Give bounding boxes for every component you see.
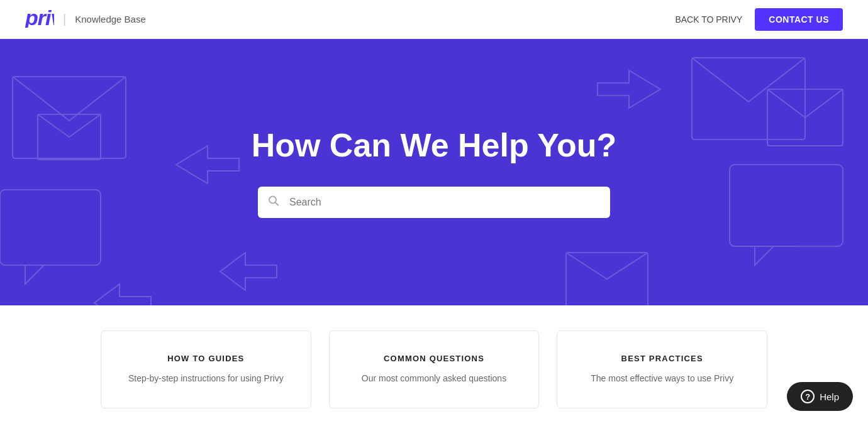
logo[interactable]: privy | Knowledge Base: [25, 6, 146, 32]
card-title-guides: HOW TO GUIDES: [120, 354, 292, 363]
svg-line-15: [275, 202, 279, 205]
search-input[interactable]: [258, 187, 610, 218]
search-icon: [268, 195, 279, 210]
card-how-to-guides[interactable]: HOW TO GUIDES Step-by-step instructions …: [101, 330, 311, 408]
card-desc-guides: Step-by-step instructions for using Priv…: [120, 372, 292, 385]
logo-text: privy: [25, 6, 54, 32]
help-icon: ?: [801, 390, 815, 403]
privy-logo-svg: privy: [25, 6, 54, 28]
svg-marker-4: [25, 265, 44, 284]
svg-rect-3: [0, 190, 101, 265]
card-desc-practices: The most effective ways to use Privy: [576, 372, 748, 385]
header-left: privy | Knowledge Base: [25, 6, 146, 32]
header-divider: |: [63, 12, 66, 26]
card-title-questions: COMMON QUESTIONS: [348, 354, 520, 363]
hero-background-decoration: [0, 39, 868, 305]
help-button[interactable]: ? Help: [787, 382, 853, 411]
header-right: BACK TO PRIVY CONTACT US: [675, 8, 843, 31]
svg-marker-2: [176, 146, 239, 183]
svg-text:privy: privy: [25, 6, 54, 28]
knowledge-base-label: Knowledge Base: [75, 14, 146, 25]
hero-section: How Can We Help You?: [0, 39, 868, 305]
svg-rect-7: [730, 165, 843, 246]
contact-us-button[interactable]: CONTACT US: [755, 8, 843, 31]
help-button-label: Help: [820, 391, 839, 402]
svg-rect-6: [692, 58, 805, 139]
hero-title: How Can We Help You?: [252, 126, 617, 164]
back-to-privy-link[interactable]: BACK TO PRIVY: [675, 14, 742, 25]
card-common-questions[interactable]: COMMON QUESTIONS Our most commonly asked…: [329, 330, 540, 408]
header: privy | Knowledge Base BACK TO PRIVY CON…: [0, 0, 868, 39]
search-bar-container: [258, 187, 610, 218]
svg-marker-11: [220, 253, 277, 290]
svg-marker-13: [94, 284, 151, 305]
svg-marker-8: [755, 246, 774, 265]
cards-section: HOW TO GUIDES Step-by-step instructions …: [0, 305, 868, 426]
svg-marker-9: [598, 70, 660, 108]
card-best-practices[interactable]: BEST PRACTICES The most effective ways t…: [557, 330, 767, 408]
card-title-practices: BEST PRACTICES: [576, 354, 748, 363]
svg-rect-1: [13, 77, 126, 158]
card-desc-questions: Our most commonly asked questions: [348, 372, 520, 385]
